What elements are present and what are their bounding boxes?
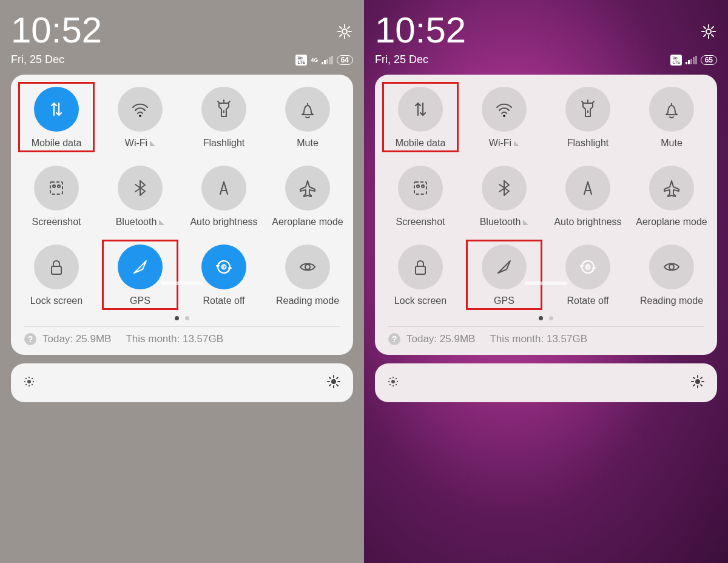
expand-triangle-icon[interactable]: [150, 141, 155, 146]
brightness-track[interactable]: [399, 363, 690, 402]
tile-lock-screen: Lock screen: [15, 244, 98, 306]
wifi-label: Wi-Fi: [489, 138, 519, 149]
auto-brightness-toggle[interactable]: [565, 166, 610, 211]
tile-wifi: Wi-Fi: [98, 87, 182, 149]
brightness-high-icon: [690, 374, 705, 391]
page-indicator: [15, 316, 349, 320]
page-dot-2: [549, 316, 553, 320]
quick-settings-panel-right: 10:52Fri, 25 DecVo LTE65Mobile dataWi-Fi…: [364, 0, 728, 563]
reading-label: Reading mode: [640, 295, 703, 306]
tile-mobile-data: Mobile data: [379, 87, 462, 149]
expand-triangle-icon[interactable]: [523, 220, 528, 225]
flashlight-toggle[interactable]: [201, 87, 246, 132]
tile-bluetooth: Bluetooth: [462, 166, 546, 228]
mobile-data-label: Mobile data: [32, 138, 82, 149]
header: 10:52: [375, 12, 717, 49]
tile-aeroplane: Aeroplane mode: [266, 166, 349, 228]
tile-screenshot: Screenshot: [379, 166, 462, 228]
flashlight-label: Flashlight: [567, 138, 608, 149]
aeroplane-toggle[interactable]: [649, 166, 694, 211]
tile-bluetooth: Bluetooth: [98, 166, 182, 228]
data-usage-row[interactable]: ?Today: 25.9MBThis month: 13.57GB: [379, 327, 713, 348]
bluetooth-label: Bluetooth: [116, 217, 165, 228]
bluetooth-toggle[interactable]: [482, 166, 527, 211]
brightness-track[interactable]: [35, 363, 326, 402]
battery-level: 64: [337, 55, 353, 65]
aeroplane-label: Aeroplane mode: [272, 217, 343, 228]
tile-mute: Mute: [630, 87, 713, 149]
usage-today: Today: 25.9MB: [406, 333, 475, 345]
tile-screenshot: Screenshot: [15, 166, 98, 228]
mobile-data-toggle[interactable]: [398, 87, 443, 132]
reading-toggle[interactable]: [285, 244, 330, 289]
rotate-toggle[interactable]: [565, 244, 610, 289]
auto-brightness-label: Auto brightness: [190, 217, 257, 228]
mute-label: Mute: [297, 138, 318, 149]
auto-brightness-label: Auto brightness: [554, 217, 621, 228]
lock-screen-label: Lock screen: [30, 295, 83, 306]
data-usage-row[interactable]: ?Today: 25.9MBThis month: 13.57GB: [15, 327, 349, 348]
lock-screen-toggle[interactable]: [34, 244, 79, 289]
reading-toggle[interactable]: [649, 244, 694, 289]
brightness-slider[interactable]: [11, 363, 353, 402]
network-4g-icon: 4G: [311, 57, 318, 63]
tile-mute: Mute: [266, 87, 349, 149]
page-indicator: [379, 316, 713, 320]
mobile-data-toggle[interactable]: [34, 87, 79, 132]
settings-gear-icon[interactable]: [700, 23, 717, 42]
gps-toggle[interactable]: [118, 244, 163, 289]
mute-toggle[interactable]: [649, 87, 694, 132]
help-icon: ?: [24, 333, 36, 345]
brightness-low-icon: [23, 376, 35, 390]
expand-triangle-icon[interactable]: [514, 141, 519, 146]
quick-toggles-card: Mobile dataWi-FiFlashlightMuteScreenshot…: [11, 75, 353, 355]
tile-aeroplane: Aeroplane mode: [630, 166, 713, 228]
gps-toggle[interactable]: [482, 244, 527, 289]
tile-flashlight: Flashlight: [546, 87, 630, 149]
drag-handle[interactable]: [161, 257, 203, 306]
tile-wifi: Wi-Fi: [462, 87, 546, 149]
lock-screen-label: Lock screen: [394, 295, 447, 306]
wifi-label: Wi-Fi: [125, 138, 155, 149]
help-icon: ?: [388, 333, 400, 345]
tile-auto-brightness: Auto brightness: [182, 166, 266, 228]
brightness-slider[interactable]: [375, 363, 717, 402]
reading-label: Reading mode: [276, 295, 339, 306]
date-text: Fri, 25 Dec: [375, 53, 428, 66]
aeroplane-toggle[interactable]: [285, 166, 330, 211]
screenshot-toggle[interactable]: [398, 166, 443, 211]
screenshot-label: Screenshot: [32, 217, 81, 228]
signal-icon: [686, 56, 697, 64]
brightness-high-icon: [326, 374, 341, 391]
rotate-toggle[interactable]: [201, 244, 246, 289]
date-row: Fri, 25 DecVo LTE4G64: [11, 53, 353, 66]
tile-reading: Reading mode: [266, 244, 349, 306]
bluetooth-toggle[interactable]: [118, 166, 163, 211]
lock-screen-toggle[interactable]: [398, 244, 443, 289]
tile-reading: Reading mode: [630, 244, 713, 306]
screenshot-label: Screenshot: [396, 217, 445, 228]
gps-label: GPS: [130, 295, 150, 306]
rotate-label: Rotate off: [203, 295, 244, 306]
mute-toggle[interactable]: [285, 87, 330, 132]
wifi-toggle[interactable]: [118, 87, 163, 132]
flashlight-toggle[interactable]: [565, 87, 610, 132]
mobile-data-label: Mobile data: [396, 138, 446, 149]
drag-handle[interactable]: [525, 257, 567, 306]
volte-icon: Vo LTE: [670, 55, 682, 66]
date-text: Fri, 25 Dec: [11, 53, 64, 66]
page-dot-1: [539, 316, 543, 320]
signal-icon: [322, 56, 333, 64]
clock-time: 10:52: [11, 12, 102, 49]
usage-month: This month: 13.57GB: [490, 333, 587, 345]
flashlight-label: Flashlight: [203, 138, 244, 149]
auto-brightness-toggle[interactable]: [201, 166, 246, 211]
expand-triangle-icon[interactable]: [159, 220, 164, 225]
settings-gear-icon[interactable]: [336, 23, 353, 42]
screenshot-toggle[interactable]: [34, 166, 79, 211]
header: 10:52: [11, 12, 353, 49]
usage-month: This month: 13.57GB: [126, 333, 223, 345]
page-dot-1: [175, 316, 179, 320]
wifi-toggle[interactable]: [482, 87, 527, 132]
tile-auto-brightness: Auto brightness: [546, 166, 630, 228]
